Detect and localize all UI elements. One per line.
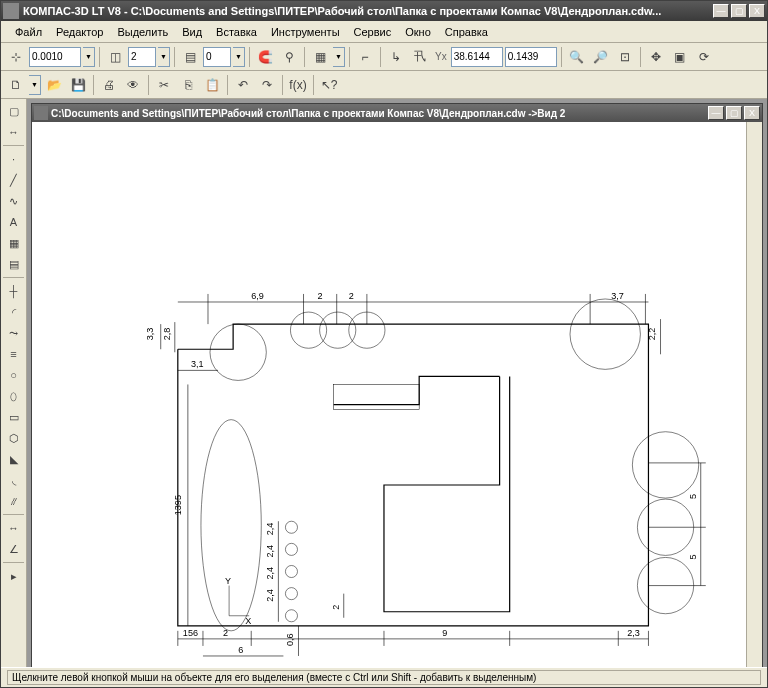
print-icon[interactable]: 🖨	[98, 74, 120, 96]
layer-input[interactable]	[128, 47, 156, 67]
lcs-icon[interactable]: 卂	[409, 46, 431, 68]
layer-dropdown[interactable]: ▼	[158, 47, 170, 67]
svg-point-1	[210, 324, 266, 380]
menu-editor[interactable]: Редактор	[50, 24, 109, 40]
origin-y-label: Y	[225, 576, 231, 586]
magnet2-icon[interactable]: ⚲	[278, 46, 300, 68]
svg-point-2	[290, 312, 326, 348]
redraw-icon[interactable]: ⟳	[693, 46, 715, 68]
menu-tools[interactable]: Инструменты	[265, 24, 346, 40]
table-tool-icon[interactable]: ▤	[3, 254, 25, 274]
minimize-button[interactable]: —	[713, 4, 729, 18]
menu-file[interactable]: Файл	[9, 24, 48, 40]
y-coord-input[interactable]	[505, 47, 557, 67]
menu-window[interactable]: Окно	[399, 24, 437, 40]
menu-view[interactable]: Вид	[176, 24, 208, 40]
layer-icon[interactable]: ◫	[104, 46, 126, 68]
text-tool-icon[interactable]: A	[3, 212, 25, 232]
step-input[interactable]	[29, 47, 81, 67]
layers-icon[interactable]: ▤	[179, 46, 201, 68]
expand-panel-icon[interactable]: ▸	[3, 566, 25, 586]
menu-service[interactable]: Сервис	[348, 24, 398, 40]
close-button[interactable]: X	[749, 4, 765, 18]
snap-icon[interactable]: ⊹	[5, 46, 27, 68]
doc-minimize-button[interactable]: —	[708, 106, 724, 120]
svg-point-6	[632, 432, 698, 498]
app-title: КОМПАС-3D LT V8 - C:\Documents and Setti…	[23, 5, 713, 17]
hatch-tool-icon[interactable]: ▦	[3, 233, 25, 253]
axis-tool-icon[interactable]: ┼	[3, 281, 25, 301]
pointer-icon[interactable]: ↖?	[318, 74, 340, 96]
statusbar: Щелкните левой кнопкой мыши на объекте д…	[1, 667, 767, 687]
dim-label: 6,9	[251, 291, 264, 301]
svg-rect-0	[334, 384, 419, 409]
dim-label: 156	[183, 628, 198, 638]
undo-icon[interactable]: ↶	[232, 74, 254, 96]
redo-icon[interactable]: ↷	[256, 74, 278, 96]
dim-label: 0,6	[285, 633, 295, 646]
geometry-tab-icon[interactable]: ▢	[3, 101, 25, 121]
grid-icon[interactable]: ▦	[309, 46, 331, 68]
menu-select[interactable]: Выделить	[111, 24, 174, 40]
magnet-icon[interactable]: 🧲	[254, 46, 276, 68]
new-icon[interactable]: 🗋	[5, 74, 27, 96]
save-icon[interactable]: 💾	[67, 74, 89, 96]
zoom-window-icon[interactable]: ⊡	[614, 46, 636, 68]
paste-icon[interactable]: 📋	[201, 74, 223, 96]
cut-icon[interactable]: ✂	[153, 74, 175, 96]
doc-close-button[interactable]: X	[744, 106, 760, 120]
menu-help[interactable]: Справка	[439, 24, 494, 40]
dimensions-tab-icon[interactable]: ↔	[3, 122, 25, 142]
polygon-tool-icon[interactable]: ⬡	[3, 428, 25, 448]
line-tool-icon[interactable]: ╱	[3, 170, 25, 190]
formula-icon[interactable]: f(x)	[287, 74, 309, 96]
layer2-input[interactable]	[203, 47, 231, 67]
pan-icon[interactable]: ✥	[645, 46, 667, 68]
grid-dropdown[interactable]: ▼	[333, 47, 345, 67]
dim-label: 2,4	[265, 545, 275, 558]
svg-point-13	[285, 588, 297, 600]
multiline-tool-icon[interactable]: ≡	[3, 344, 25, 364]
curve-tool-icon[interactable]: ⤳	[3, 323, 25, 343]
fillet-tool-icon[interactable]: ◟	[3, 470, 25, 490]
dim-angular-icon[interactable]: ∠	[3, 539, 25, 559]
svg-point-9	[201, 420, 261, 631]
copy-icon[interactable]: ⎘	[177, 74, 199, 96]
doc-title: C:\Documents and Settings\ПИТЕР\Рабочий …	[51, 108, 708, 119]
ellipse-tool-icon[interactable]: ⬯	[3, 386, 25, 406]
dim-label: 2,2	[647, 328, 657, 341]
dim-label: 2	[223, 628, 228, 638]
preview-icon[interactable]: 👁	[122, 74, 144, 96]
maximize-button[interactable]: ▢	[731, 4, 747, 18]
drawing-canvas[interactable]: 6,9 2 2 3,3 2,8 3,1	[32, 122, 746, 667]
arc-tool-icon[interactable]: ◜	[3, 302, 25, 322]
coord-icon[interactable]: ↳	[385, 46, 407, 68]
spline-tool-icon[interactable]: ∿	[3, 191, 25, 211]
zoom-out-icon[interactable]: 🔎	[590, 46, 612, 68]
origin-x-label: X	[245, 616, 251, 626]
point-tool-icon[interactable]: ·	[3, 149, 25, 169]
dim-label: 2,4	[265, 589, 275, 602]
menu-insert[interactable]: Вставка	[210, 24, 263, 40]
x-coord-input[interactable]	[451, 47, 503, 67]
dim-linear-icon[interactable]: ↔	[3, 518, 25, 538]
open-icon[interactable]: 📂	[43, 74, 65, 96]
equidistant-tool-icon[interactable]: ⫽	[3, 491, 25, 511]
svg-point-12	[285, 565, 297, 577]
layer2-dropdown[interactable]: ▼	[233, 47, 245, 67]
vertical-scrollbar[interactable]	[746, 122, 762, 667]
ortho-icon[interactable]: ⌐	[354, 46, 376, 68]
dim-label: 3,1	[191, 359, 204, 369]
new-dropdown[interactable]: ▼	[29, 75, 41, 95]
toolbar-file: 🗋 ▼ 📂 💾 🖨 👁 ✂ ⎘ 📋 ↶ ↷ f(x) ↖?	[1, 71, 767, 99]
chamfer-tool-icon[interactable]: ◣	[3, 449, 25, 469]
fit-icon[interactable]: ▣	[669, 46, 691, 68]
doc-maximize-button[interactable]: ▢	[726, 106, 742, 120]
step-dropdown[interactable]: ▼	[83, 47, 95, 67]
rect-tool-icon[interactable]: ▭	[3, 407, 25, 427]
zoom-in-icon[interactable]: 🔍	[566, 46, 588, 68]
circle-tool-icon[interactable]: ○	[3, 365, 25, 385]
dim-label: 5	[688, 554, 698, 559]
toolbar-main: ⊹ ▼ ◫ ▼ ▤ ▼ 🧲 ⚲ ▦ ▼ ⌐ ↳ 卂 Yx 🔍 🔎 ⊡ ✥ ▣ ⟳	[1, 43, 767, 71]
dim-label: 3,7	[611, 291, 624, 301]
